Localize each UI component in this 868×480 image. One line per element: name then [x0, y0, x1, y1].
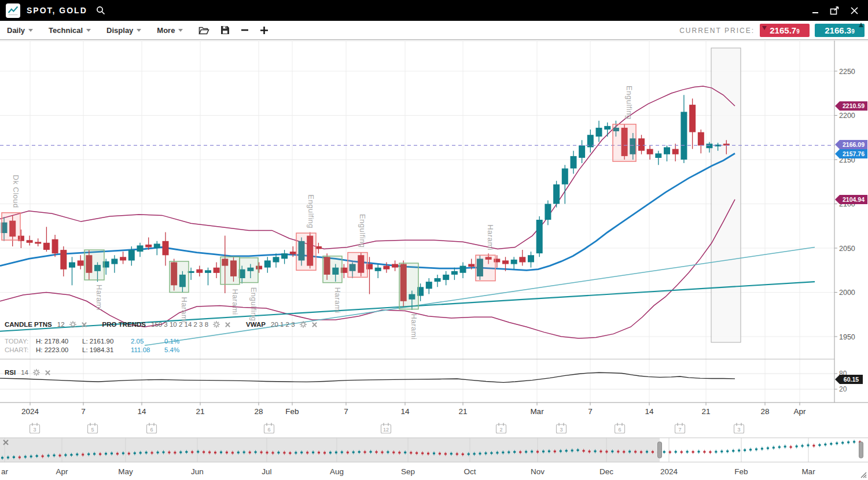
- candle-body: [536, 220, 543, 253]
- remove-indicator-icon[interactable]: [45, 370, 51, 376]
- navigator-candle: [42, 455, 44, 457]
- navigator-candle: [220, 452, 222, 453]
- price-tick-label: 2200: [839, 112, 855, 120]
- gear-icon[interactable]: [299, 320, 307, 328]
- navigator-candle: [82, 454, 84, 456]
- pattern-label: Harami: [410, 314, 418, 340]
- navigator-candle: [364, 451, 366, 453]
- time-tick-label: 21: [196, 407, 204, 416]
- navigator-candle: [439, 453, 441, 455]
- candle-body: [145, 245, 152, 248]
- zoom-in-icon[interactable]: [260, 26, 269, 35]
- candle-body: [562, 168, 568, 184]
- upper-band-badge-value: 2210.59: [843, 102, 865, 109]
- month-label: Aug: [330, 467, 344, 476]
- navigator-candle: [583, 450, 585, 452]
- pattern-label: Engulfing: [249, 287, 258, 322]
- candle-body: [451, 271, 458, 275]
- navigator-candle: [203, 451, 205, 453]
- lower-band-badge-value: 2104.94: [843, 196, 865, 203]
- popout-window-icon[interactable]: [830, 6, 840, 15]
- open-folder-icon[interactable]: [198, 26, 209, 35]
- pattern-count-marker[interactable]: 6: [147, 423, 157, 434]
- price-chart[interactable]: Dk CloudHaramiHaramiHaramiEngulfingEngul…: [0, 40, 868, 480]
- navigator-candle: [450, 453, 453, 455]
- pattern-count-marker[interactable]: 3: [734, 423, 744, 434]
- navigator-candle: [151, 452, 153, 454]
- save-icon[interactable]: [220, 25, 230, 35]
- candle-body: [111, 259, 117, 264]
- remove-indicator-icon[interactable]: [81, 322, 87, 328]
- time-axis[interactable]: 20247142128Feb71421Mar7142128Apr: [0, 403, 868, 416]
- navigator-candle: [1, 457, 3, 459]
- pattern-count-marker[interactable]: 2: [496, 423, 506, 434]
- zoom-out-icon[interactable]: [241, 26, 249, 34]
- navigator-candle: [398, 452, 400, 453]
- chevron-down-icon: [178, 29, 183, 32]
- navigator-candle: [289, 452, 291, 454]
- gear-icon[interactable]: [69, 320, 77, 328]
- menu-more[interactable]: More: [157, 26, 183, 35]
- navigator-candle: [358, 451, 361, 453]
- candle-body: [375, 268, 381, 271]
- close-icon[interactable]: [850, 6, 859, 15]
- time-tick-label: Feb: [285, 407, 299, 416]
- range-navigator[interactable]: [0, 438, 868, 462]
- price-axis[interactable]: 22502200215021002050200019502210.592166.…: [834, 40, 867, 403]
- navigator-candle: [105, 453, 107, 455]
- navigator-candle: [767, 448, 769, 449]
- remove-indicator-icon[interactable]: [311, 322, 318, 328]
- gear-icon[interactable]: [212, 320, 220, 328]
- candle-body: [553, 184, 560, 204]
- navigator-candle: [145, 452, 148, 453]
- pattern-label: Engulfing: [307, 194, 315, 228]
- menu-technical[interactable]: Technical: [49, 26, 91, 35]
- rsi-value-badge-value: 60.15: [844, 376, 859, 383]
- navigator-candle: [323, 452, 326, 454]
- resize-grip-icon[interactable]: [861, 472, 866, 478]
- pattern-box-harami: [170, 261, 189, 293]
- navigator-candle: [853, 441, 855, 443]
- candle-body: [571, 156, 577, 168]
- remove-indicator-icon[interactable]: [225, 322, 231, 328]
- pattern-count-value: 6: [267, 427, 270, 433]
- menu-display[interactable]: Display: [106, 26, 141, 35]
- navigator-candle: [531, 451, 533, 452]
- navigator-candle: [376, 451, 378, 453]
- indicator-pro-trends-params: 150 3 10 2 14 2 3 8: [151, 321, 208, 328]
- navigator-candle: [231, 452, 234, 453]
- candle-body: [502, 260, 509, 264]
- navigator-candle: [473, 453, 476, 455]
- menu-timeframe[interactable]: Daily: [7, 26, 33, 35]
- month-label: Mar: [801, 467, 815, 476]
- pattern-count-marker[interactable]: 6: [264, 423, 274, 434]
- pattern-count-marker[interactable]: 12: [381, 423, 391, 434]
- pattern-count-marker[interactable]: 7: [675, 423, 685, 434]
- pattern-count-marker[interactable]: 3: [557, 423, 567, 434]
- navigator-candle: [433, 453, 435, 455]
- navigator-handle-left[interactable]: [658, 442, 662, 458]
- today-change: 2.05: [131, 337, 164, 346]
- today-low: L: 2161.90: [82, 337, 131, 346]
- navigator-candle: [675, 451, 677, 453]
- time-tick-label: 14: [645, 407, 654, 416]
- minimize-icon[interactable]: [811, 6, 819, 14]
- gear-icon[interactable]: [32, 368, 41, 376]
- navigator-candle: [410, 452, 412, 453]
- month-label: Apr: [56, 467, 68, 476]
- navigator-candle: [226, 452, 228, 453]
- pattern-count-marker[interactable]: 6: [615, 423, 625, 434]
- navigator-candle: [36, 455, 38, 457]
- pattern-count-marker[interactable]: 3: [30, 423, 40, 434]
- navigator-candle: [790, 446, 792, 448]
- symbol-title: SPOT, GOLD: [27, 6, 87, 15]
- pattern-count-marker[interactable]: 5: [88, 423, 98, 434]
- navigator-candle: [507, 452, 510, 453]
- navigator-candle: [681, 451, 683, 453]
- search-icon[interactable]: [95, 5, 106, 16]
- navigator-candle: [836, 442, 838, 444]
- navigator-candle: [272, 452, 274, 454]
- navigator-handle-right[interactable]: [859, 442, 863, 458]
- pattern-box-engulfing: [240, 258, 258, 283]
- pattern-label: Harami: [333, 287, 342, 313]
